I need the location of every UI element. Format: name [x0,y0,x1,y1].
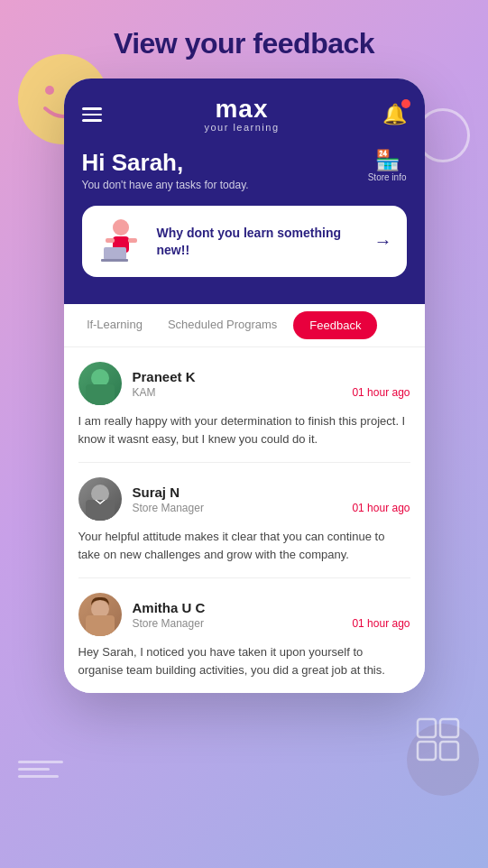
svg-rect-5 [440,742,458,760]
store-info-button[interactable]: 🏪 Store info [368,149,407,182]
feedback-name: Suraj N [133,485,410,500]
feedback-meta: Suraj N Store Manager 01 hour ago [133,485,410,514]
feedback-item: Amitha U C Store Manager 01 hour ago Hey… [78,578,410,693]
page-title: View your feedback [114,27,374,60]
svg-rect-11 [101,259,128,262]
svg-rect-14 [86,384,115,405]
app-header: max your learning 🔔 Hi Sarah, You don't … [64,78,425,304]
store-label: Store info [368,172,407,182]
notification-bell[interactable]: 🔔 [382,103,407,126]
feedback-name: Amitha U C [133,600,410,615]
svg-rect-21 [86,615,115,636]
feedback-role: KAM [133,386,156,399]
avatar [78,593,122,636]
feedback-header: Praneet K KAM 01 hour ago [78,362,410,405]
svg-rect-8 [106,238,115,243]
svg-rect-3 [440,719,458,737]
feedback-meta: Praneet K KAM 01 hour ago [133,369,410,399]
hamburger-menu[interactable] [82,107,102,122]
banner-text: Why dont you learn something new!! [157,225,374,257]
feedback-text: Hey Sarah, I noticed you have taken it u… [78,643,410,679]
store-icon: 🏪 [368,149,407,172]
greeting-row: Hi Sarah, You don't have any tasks for t… [82,149,407,191]
feedback-header: Amitha U C Store Manager 01 hour ago [78,593,410,636]
notification-badge [401,99,410,108]
feedback-time: 01 hour ago [352,502,410,514]
avatar [78,362,122,405]
banner-arrow-icon: → [374,231,392,252]
feedback-meta: Amitha U C Store Manager 01 hour ago [133,600,410,630]
svg-point-6 [113,219,129,235]
svg-point-0 [45,86,54,95]
feedback-role-time: KAM 01 hour ago [133,386,410,399]
svg-rect-4 [418,742,436,760]
feedback-time: 01 hour ago [352,617,410,630]
greeting-block: Hi Sarah, You don't have any tasks for t… [82,149,249,191]
tab-self-learning[interactable]: lf-Learning [78,305,152,346]
learning-banner[interactable]: Why dont you learn something new!! → [82,206,407,277]
avatar [78,477,122,521]
hamburger-line-3 [82,119,102,122]
feedback-text: I am really happy with your determinatio… [78,412,410,448]
hamburger-line-1 [82,107,102,110]
feedback-header: Suraj N Store Manager 01 hour ago [78,477,410,521]
feedback-role: Store Manager [133,502,204,514]
feedback-item: Praneet K KAM 01 hour ago I am really ha… [78,347,410,463]
feedback-text: Your helpful attitude makes it clear tha… [78,528,410,563]
feedback-role-time: Store Manager 01 hour ago [133,502,410,514]
feedback-time: 01 hour ago [352,386,410,399]
greeting-hi: Hi Sarah, [82,149,249,177]
logo-main: max [204,97,279,122]
feedback-name: Praneet K [133,369,410,384]
hamburger-line-2 [82,114,102,116]
logo-area: max your learning [204,97,279,133]
deco-lines-bottom-left [18,761,63,778]
logo-sub: your learning [204,122,279,133]
svg-rect-10 [104,247,126,260]
header-top: max your learning 🔔 [82,97,407,133]
phone-card: max your learning 🔔 Hi Sarah, You don't … [64,78,425,693]
svg-rect-9 [128,238,137,243]
tab-scheduled-programs[interactable]: Scheduled Programs [159,305,286,346]
feedback-list: Praneet K KAM 01 hour ago I am really ha… [64,347,425,693]
greeting-sub: You don't have any tasks for today. [82,179,249,191]
tab-feedback[interactable]: Feedback [293,311,377,339]
feedback-item: Suraj N Store Manager 01 hour ago Your h… [78,463,410,578]
svg-rect-2 [418,719,436,737]
deco-grid-icon [409,751,472,814]
banner-illustration [97,217,146,266]
feedback-role-time: Store Manager 01 hour ago [133,617,410,630]
feedback-role: Store Manager [133,617,204,630]
tabs-row: lf-Learning Scheduled Programs Feedback [64,304,425,347]
